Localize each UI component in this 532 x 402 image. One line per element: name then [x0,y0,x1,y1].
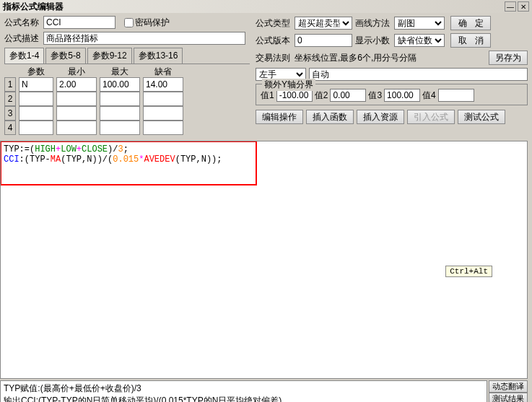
y4-label: 值4 [422,89,436,102]
y4-input[interactable] [438,89,474,102]
param-max-4[interactable] [100,121,140,135]
dyntrans-button[interactable]: 动态翻译 [489,380,528,393]
param-def-4[interactable] [143,121,183,135]
password-checkbox[interactable]: 密码保护 [124,17,170,29]
tab-params-13-16[interactable]: 参数13-16 [134,48,183,64]
desc-input[interactable] [43,32,245,45]
minimize-icon[interactable]: — [505,1,516,12]
yaxis-fieldset: 额外Y轴分界 值1 值2 值3 值4 [256,84,528,105]
test-button[interactable]: 测试公式 [458,110,505,124]
param-def-3[interactable] [143,106,183,121]
param-max-1[interactable]: 100.00 [100,77,140,92]
desc-label: 公式描述 [4,32,40,45]
draw-label: 画线方法 [355,17,391,30]
explain-line-1: TYP赋值:(最高价+最低价+收盘价)/3 [4,383,484,395]
type-select[interactable]: 超买超卖型 [295,17,352,30]
param-header-min: 最小 [56,66,97,77]
tab-params-1-4[interactable]: 参数1-4 [4,48,44,64]
param-def-2[interactable] [143,92,183,106]
param-min-3[interactable] [56,106,97,121]
param-name-3[interactable] [19,106,53,121]
edit-button[interactable]: 编辑操作 [256,110,303,124]
param-row-1: 1 [4,77,16,92]
insert-res-button[interactable]: 插入资源 [357,110,404,124]
name-input[interactable] [43,16,115,29]
password-check-input[interactable] [124,18,134,27]
dec-label: 显示小数 [355,35,391,47]
window-controls: — ✕ [505,1,529,12]
tooltip: Ctrl+Alt [445,266,492,277]
param-row-4: 4 [4,121,16,135]
param-min-1[interactable]: 2.00 [56,77,97,92]
tab-params-9-12[interactable]: 参数9-12 [87,48,132,64]
param-row-3: 3 [4,106,16,121]
saveas-button[interactable]: 另存为 [489,51,528,65]
type-label: 公式类型 [256,17,292,30]
param-def-1[interactable]: 14.00 [143,77,183,92]
y2-input[interactable] [330,89,366,102]
name-label: 公式名称 [4,17,40,29]
ver-label: 公式版本 [256,35,292,47]
y3-label: 值3 [368,89,382,102]
param-min-2[interactable] [56,92,97,106]
coord-input[interactable] [309,68,528,81]
explain-line-2: 输出CCI:(TYP-TYP的N日简单移动平均)/(0.015*TYP的N日平均… [4,395,484,402]
version-input[interactable] [295,34,352,47]
rule-label: 交易法则 [256,52,292,64]
coord-note: 坐标线位置,最多6个,用分号分隔 [295,52,417,64]
explanation-area: TYP赋值:(最高价+最低价+收盘价)/3 输出CCI:(TYP-TYP的N日简… [0,380,487,402]
param-header-max: 最大 [100,66,140,77]
decimal-select[interactable]: 缺省位数 [394,34,445,47]
tab-params-5-8[interactable]: 参数5-8 [45,48,85,64]
param-name-2[interactable] [19,92,53,106]
yaxis-label: 额外Y轴分界 [262,79,315,91]
code-editor[interactable]: TYP:=(HIGH+LOW+CLOSE)/3; CCI:(TYP-MA(TYP… [0,141,528,379]
param-row-2: 2 [4,92,16,106]
close-icon[interactable]: ✕ [518,1,529,12]
y3-input[interactable] [384,89,420,102]
param-min-4[interactable] [56,121,97,135]
insert-fn-button[interactable]: 插入函数 [306,110,354,124]
param-max-2[interactable] [100,92,140,106]
window-title: 指标公式编辑器 [3,1,64,13]
import-button[interactable]: 引入公式 [407,110,455,124]
param-grid: 1 2 3 4 参数 N 最小 2.00 最大 100.00 [4,66,250,135]
draw-select[interactable]: 副图 [394,17,445,30]
param-tabs: 参数1-4 参数5-8 参数9-12 参数13-16 [4,48,250,64]
cancel-button[interactable]: 取 消 [450,33,491,48]
param-max-3[interactable] [100,106,140,121]
param-name-4[interactable] [19,121,53,135]
param-header-def: 缺省 [143,66,183,77]
y1-label: 值1 [261,89,274,102]
password-label: 密码保护 [135,17,170,29]
param-name-1[interactable]: N [19,77,53,92]
param-header-name: 参数 [19,66,53,77]
y2-label: 值2 [315,89,328,102]
testres-button[interactable]: 测试结果 [489,393,528,402]
ok-button[interactable]: 确 定 [450,16,491,30]
